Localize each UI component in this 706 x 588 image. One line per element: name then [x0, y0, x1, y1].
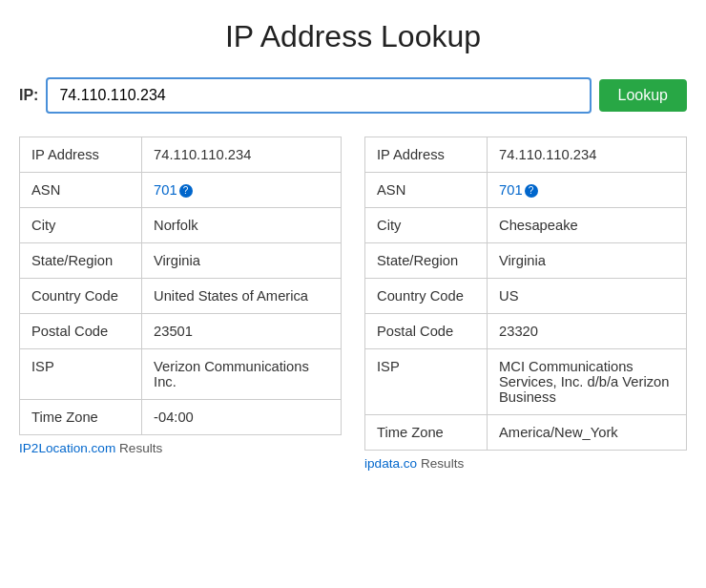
row-value: -04:00	[142, 400, 342, 435]
ip-label: IP:	[19, 87, 38, 104]
row-label: ISP	[365, 349, 488, 415]
row-value: Virginia	[142, 243, 342, 279]
search-bar: IP: Lookup	[19, 77, 687, 114]
asn-link[interactable]: 701	[154, 182, 177, 198]
lookup-button[interactable]: Lookup	[599, 79, 688, 112]
table-row: ISPVerizon Communications Inc.	[20, 349, 342, 400]
left-table-wrapper: IP Address74.110.110.234ASN701?CityNorfo…	[19, 136, 342, 471]
right-source-suffix: Results	[417, 456, 464, 471]
row-label: City	[365, 208, 488, 243]
right-source-label: ipdata.co Results	[364, 456, 687, 471]
table-row: ISPMCI Communications Services, Inc. d/b…	[365, 349, 687, 415]
row-label: ISP	[20, 349, 142, 400]
info-icon[interactable]: ?	[179, 184, 193, 198]
row-value: 23501	[142, 314, 342, 349]
right-table: IP Address74.110.110.234ASN701?CityChesa…	[364, 136, 687, 451]
row-value: United States of America	[142, 279, 342, 314]
ip-input[interactable]	[46, 77, 591, 114]
row-label: IP Address	[365, 137, 488, 173]
row-value: Chesapeake	[488, 208, 687, 243]
table-row: State/RegionVirginia	[365, 243, 687, 279]
row-value: America/New_York	[488, 415, 687, 451]
table-row: Time Zone-04:00	[20, 400, 342, 435]
table-row: State/RegionVirginia	[20, 243, 342, 279]
row-value: Norfolk	[142, 208, 342, 243]
page-title: IP Address Lookup	[19, 19, 687, 54]
left-source-label: IP2Location.com Results	[19, 441, 342, 455]
table-row: IP Address74.110.110.234	[20, 137, 342, 173]
table-row: ASN701?	[365, 173, 687, 208]
left-source-suffix: Results	[115, 441, 162, 455]
results-grid: IP Address74.110.110.234ASN701?CityNorfo…	[19, 136, 687, 471]
row-label: Postal Code	[365, 314, 488, 349]
row-value: US	[488, 279, 687, 314]
left-table: IP Address74.110.110.234ASN701?CityNorfo…	[19, 136, 342, 435]
row-label: Country Code	[20, 279, 142, 314]
right-source-link[interactable]: ipdata.co	[364, 456, 417, 471]
row-label: Postal Code	[20, 314, 142, 349]
row-label: ASN	[365, 173, 488, 208]
row-value: Verizon Communications Inc.	[142, 349, 342, 400]
row-label: City	[20, 208, 142, 243]
table-row: Postal Code23320	[365, 314, 687, 349]
row-label: Time Zone	[20, 400, 142, 435]
row-label: IP Address	[20, 137, 142, 173]
row-label: State/Region	[20, 243, 142, 279]
table-row: CityNorfolk	[20, 208, 342, 243]
row-label: Country Code	[365, 279, 488, 314]
row-label: Time Zone	[365, 415, 488, 451]
table-row: CityChesapeake	[365, 208, 687, 243]
asn-link[interactable]: 701	[499, 182, 523, 198]
info-icon[interactable]: ?	[525, 184, 538, 198]
row-label: ASN	[20, 173, 142, 208]
row-value: 23320	[488, 314, 687, 349]
table-row: IP Address74.110.110.234	[365, 137, 687, 173]
table-row: Time ZoneAmerica/New_York	[365, 415, 687, 451]
row-value: 74.110.110.234	[488, 137, 687, 173]
row-value: 74.110.110.234	[142, 137, 342, 173]
right-table-wrapper: IP Address74.110.110.234ASN701?CityChesa…	[364, 136, 687, 471]
row-value: Virginia	[488, 243, 687, 279]
row-value: 701?	[142, 173, 342, 208]
table-row: Country CodeUS	[365, 279, 687, 314]
table-row: Country CodeUnited States of America	[20, 279, 342, 314]
table-row: Postal Code23501	[20, 314, 342, 349]
row-value: MCI Communications Services, Inc. d/b/a …	[488, 349, 687, 415]
table-row: ASN701?	[20, 173, 342, 208]
left-source-link[interactable]: IP2Location.com	[19, 441, 115, 455]
row-label: State/Region	[365, 243, 488, 279]
row-value: 701?	[488, 173, 687, 208]
